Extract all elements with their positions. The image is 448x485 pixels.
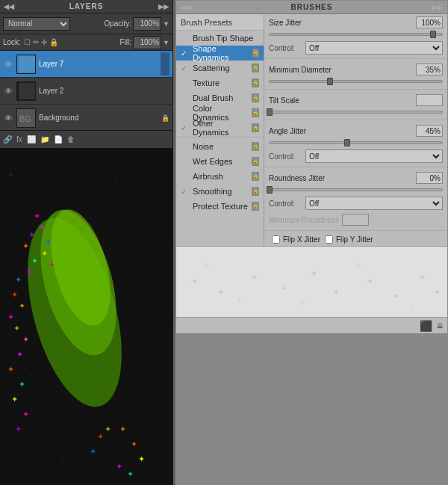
brush-presets-header[interactable]: Brush Presets xyxy=(176,14,264,31)
layers-list: 👁 Layer 7 👁 Layer 2 👁 BG Background 🔒 xyxy=(0,51,172,130)
layer-item[interactable]: 👁 Layer 7 xyxy=(0,51,172,78)
brush-list-label: Brush Tip Shape xyxy=(193,34,253,43)
layers-bottom-toolbar: 🔗 fx ⬜ 📁 📄 🗑 xyxy=(0,130,172,148)
opacity-input[interactable] xyxy=(133,17,161,31)
layers-panel-header: ◀◀ LAYERS ▶▶ xyxy=(0,0,172,13)
fill-input[interactable] xyxy=(133,36,161,49)
lock-paint-icon[interactable]: ✏ xyxy=(33,38,39,46)
panel-collapse-right[interactable]: ▶▶ xyxy=(158,3,169,10)
svg-text:✦: ✦ xyxy=(408,303,414,312)
size-jitter-slider-thumb[interactable] xyxy=(430,31,436,38)
brush-options-icon[interactable]: ≡ xyxy=(437,320,443,332)
texture-item[interactable]: Texture 🔒 xyxy=(176,75,264,90)
layer-effects-icon[interactable]: fx xyxy=(16,135,22,143)
layer-visibility-icon[interactable]: 👁 xyxy=(3,86,13,96)
brush-list-label: Scattering xyxy=(193,64,230,72)
svg-text:✦: ✦ xyxy=(97,469,104,478)
svg-text:✦: ✦ xyxy=(105,424,111,433)
brush-preview-icon[interactable]: ⬛ xyxy=(420,320,432,332)
size-jitter-control-select[interactable]: Off xyxy=(305,41,443,55)
tilt-scale-slider-thumb[interactable] xyxy=(267,108,273,116)
layer-visibility-icon[interactable]: 👁 xyxy=(3,59,13,69)
roundness-jitter-slider-thumb[interactable] xyxy=(267,186,273,194)
svg-text:✦: ✦ xyxy=(13,324,20,333)
svg-text:✦: ✦ xyxy=(311,269,317,278)
angle-jitter-slider-track[interactable] xyxy=(269,141,443,144)
airbrush-item[interactable]: Airbrush 🔒 xyxy=(176,169,264,184)
svg-text:✦: ✦ xyxy=(217,288,224,297)
color-dynamics-lock-icon: 🔒 xyxy=(252,108,259,117)
color-dynamics-item[interactable]: Color Dynamics 🔒 xyxy=(176,105,264,120)
tilt-scale-input[interactable] xyxy=(416,94,443,106)
svg-text:✦: ✦ xyxy=(45,238,52,247)
svg-rect-46 xyxy=(19,83,35,99)
svg-text:✦: ✦ xyxy=(116,462,122,471)
canvas-image: ✦ ✦ ✦ ✦ ✦ ✦ ✦ ✦ ✦ ✦ ✦ ✦ ✦ ✦ ✦ ✦ xyxy=(0,148,173,485)
min-roundness-row: Minimum Roundness xyxy=(264,211,447,228)
svg-rect-49 xyxy=(176,247,447,318)
min-diameter-slider-row xyxy=(264,78,447,87)
lock-transparent-icon[interactable]: ☐ xyxy=(24,38,31,46)
svg-text:✦: ✦ xyxy=(60,454,66,463)
flip-x-checkbox[interactable] xyxy=(272,235,280,244)
brush-tip-shape-item[interactable]: Brush Tip Shape xyxy=(176,31,264,46)
svg-text:✦: ✦ xyxy=(39,223,46,232)
flip-y-label[interactable]: Flip Y Jitter xyxy=(336,235,373,244)
blend-mode-select[interactable]: Normal xyxy=(3,17,70,31)
layer-item[interactable]: 👁 BG Background 🔒 xyxy=(0,105,172,130)
dual-brush-lock-icon: 🔒 xyxy=(252,93,259,102)
svg-text:✦: ✦ xyxy=(191,277,198,285)
layer-visibility-icon[interactable]: 👁 xyxy=(3,113,13,123)
noise-lock-icon: 🔒 xyxy=(252,142,259,151)
size-jitter-input[interactable] xyxy=(416,16,443,28)
angle-jitter-input[interactable] xyxy=(416,125,443,137)
brushes-bottom-bar: ⬛ ≡ xyxy=(176,317,447,333)
min-diameter-slider-track[interactable] xyxy=(269,80,443,83)
opacity-arrow[interactable]: ▼ xyxy=(163,20,169,28)
roundness-control-select[interactable]: Off xyxy=(305,197,443,210)
roundness-jitter-slider-track[interactable] xyxy=(269,188,443,191)
angle-jitter-slider-thumb[interactable] xyxy=(344,139,350,146)
angle-jitter-control-select[interactable]: Off xyxy=(305,149,443,163)
brushes-collapse-right[interactable]: ▶▶ xyxy=(432,4,443,11)
lock-all-icon[interactable]: 🔒 xyxy=(49,38,58,46)
lock-move-icon[interactable]: ✛ xyxy=(41,38,47,46)
size-jitter-slider-track[interactable] xyxy=(269,33,443,36)
panel-collapse-left[interactable]: ◀◀ xyxy=(4,3,14,10)
roundness-jitter-input[interactable] xyxy=(416,172,443,184)
size-jitter-control-row: Control: Off xyxy=(264,40,447,56)
flip-y-checkbox[interactable] xyxy=(325,235,333,244)
svg-text:✦: ✦ xyxy=(333,288,340,297)
shape-dynamics-item[interactable]: Shape Dynamics 🔒 xyxy=(176,46,264,61)
svg-text:✦: ✦ xyxy=(15,275,22,284)
svg-rect-44 xyxy=(19,56,35,72)
brush-preview-area: ✦ ✦ ✦ ✦ ✦ ✦ ✦ ✦ ✦ ✦ ✦ ✦ ✦ ✦ ✦ xyxy=(176,246,447,317)
other-dynamics-item[interactable]: Other Dynamics 🔒 xyxy=(176,120,264,135)
svg-text:✦: ✦ xyxy=(131,439,137,448)
min-diameter-input[interactable] xyxy=(416,64,443,75)
link-layers-icon[interactable]: 🔗 xyxy=(3,135,12,143)
brushes-collapse-left[interactable]: ◀◀ xyxy=(181,4,191,11)
min-diameter-slider-thumb[interactable] xyxy=(327,78,333,85)
layer-item[interactable]: 👁 Layer 2 xyxy=(0,78,172,105)
new-layer-icon[interactable]: 📄 xyxy=(54,135,63,143)
angle-jitter-control-row: Control: Off xyxy=(264,148,447,164)
flip-checkboxes-row: Flip X Jitter Flip Y Jitter xyxy=(264,233,447,246)
min-roundness-input[interactable] xyxy=(342,214,369,226)
wet-edges-item[interactable]: Wet Edges 🔒 xyxy=(176,154,264,169)
protect-texture-item[interactable]: Protect Texture 🔒 xyxy=(176,199,264,214)
svg-text:✦: ✦ xyxy=(11,395,18,404)
tilt-scale-slider-track[interactable] xyxy=(269,111,443,114)
svg-text:✦: ✦ xyxy=(28,230,35,239)
scattering-item[interactable]: Scattering 🔒 xyxy=(176,61,264,75)
smoothing-item[interactable]: Smoothing 🔒 xyxy=(176,184,264,199)
flip-x-label[interactable]: Flip X Jitter xyxy=(283,235,320,244)
dual-brush-item[interactable]: Dual Brush 🔒 xyxy=(176,90,264,105)
new-group-icon[interactable]: 📁 xyxy=(40,135,49,143)
delete-layer-icon[interactable]: 🗑 xyxy=(67,135,75,143)
add-mask-icon[interactable]: ⬜ xyxy=(27,135,36,143)
fill-arrow[interactable]: ▼ xyxy=(163,39,169,46)
noise-item[interactable]: Noise 🔒 xyxy=(176,139,264,154)
brush-settings-column: Size Jitter Control: Off Minimum Diamete… xyxy=(264,14,447,246)
layer-thumbnail xyxy=(16,55,36,74)
